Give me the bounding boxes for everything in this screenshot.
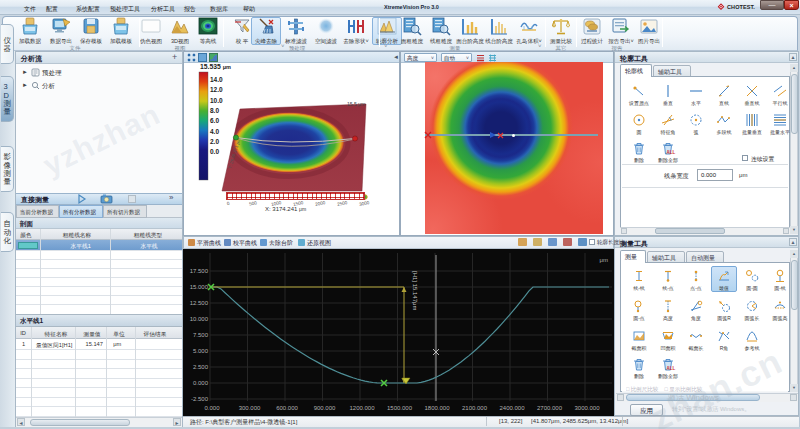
- svg-text:1200.000: 1200.000: [349, 405, 375, 411]
- svg-text:900.000: 900.000: [314, 405, 336, 411]
- svg-text:10.000: 10.000: [190, 316, 209, 322]
- svg-text:15.5 μm: 15.5 μm: [347, 101, 365, 107]
- svg-text:2.500: 2.500: [193, 364, 209, 370]
- svg-text:2400.000: 2400.000: [499, 405, 525, 411]
- svg-text:[H1] 15.147μm: [H1] 15.147μm: [412, 271, 418, 310]
- svg-text:7.500: 7.500: [193, 332, 209, 338]
- svg-text:12.500: 12.500: [190, 300, 209, 306]
- svg-text:2700.000: 2700.000: [537, 405, 563, 411]
- svg-text:1800.000: 1800.000: [424, 405, 450, 411]
- svg-text:ALL: ALL: [667, 150, 676, 155]
- svg-text:0.000: 0.000: [204, 405, 220, 411]
- svg-text:300.000: 300.000: [239, 405, 261, 411]
- svg-text:600.000: 600.000: [276, 405, 298, 411]
- svg-text:2100.000: 2100.000: [462, 405, 488, 411]
- svg-text:3000.000: 3000.000: [574, 405, 600, 411]
- svg-text:μm: μm: [600, 257, 608, 263]
- svg-text:-2.500: -2.500: [191, 396, 209, 402]
- svg-text:15.000: 15.000: [190, 284, 209, 290]
- svg-text:5.000: 5.000: [193, 348, 209, 354]
- svg-text:ALL: ALL: [667, 366, 676, 371]
- svg-text:1500.000: 1500.000: [387, 405, 413, 411]
- svg-text:0.000: 0.000: [193, 380, 209, 386]
- svg-text:17.500: 17.500: [190, 268, 209, 274]
